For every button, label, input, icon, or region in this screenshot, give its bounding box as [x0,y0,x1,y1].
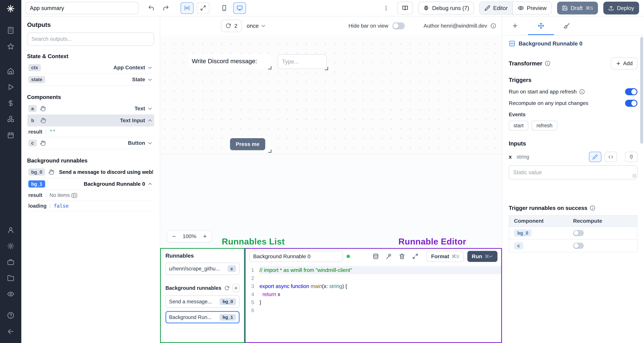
text-component[interactable]: Write Discord message: [188,54,271,68]
editor-tab[interactable]: Editor [480,2,512,14]
output-badge-bg1[interactable]: bg_1 [28,180,45,188]
output-b-result-row[interactable]: result : "" [27,126,154,137]
nav-apps-button[interactable] [4,24,18,37]
run-button[interactable]: Run ⌘↵ [467,251,498,262]
event-chip-refresh[interactable]: refresh [532,121,557,130]
nav-workers-button[interactable] [4,256,18,268]
output-row-ctx[interactable]: ctx App Context [27,62,154,74]
output-row-bg0[interactable]: bg_0 Send a message to discord using web… [27,166,154,178]
nav-audit-button[interactable] [4,288,18,301]
ai-gen-button[interactable] [384,251,394,262]
tab-insert-component[interactable] [502,16,528,35]
tab-component-settings[interactable] [528,16,554,35]
resize-grip-icon[interactable] [632,174,636,178]
component-badge-bg0[interactable]: bg_0 [514,230,532,236]
nav-variables-button[interactable] [4,96,18,110]
deploy-button[interactable]: Deploy [603,2,639,14]
output-badge-c[interactable]: c [28,140,37,147]
chevron-down-icon[interactable] [147,77,153,82]
eval-mode-button[interactable] [605,152,617,162]
resize-handle[interactable] [268,66,272,70]
code-editor[interactable]: 123456 // import * as wmill from "windmi… [246,264,501,342]
hand-pointer-icon[interactable] [40,140,46,146]
textinput-component[interactable] [277,54,327,70]
code-lines[interactable]: // import * as wmill from "windmill-clie… [259,266,501,342]
output-badge-a[interactable]: a [28,105,37,112]
refresh-button[interactable]: 2 [221,20,242,32]
runnable-item-bg1[interactable]: Background Run... bg_1 [166,311,240,324]
run-on-start-toggle[interactable] [625,88,638,95]
hide-bar-toggle[interactable] [392,22,405,29]
connect-mode-button[interactable] [625,152,638,162]
undo-button[interactable] [145,2,157,14]
mobile-view-button[interactable] [218,2,230,14]
cache-button[interactable] [370,251,381,262]
runnable-name-input[interactable] [249,251,343,262]
preview-tab[interactable]: Preview [512,2,552,14]
expand-editor-button[interactable] [410,251,420,262]
zoom-in-button[interactable]: + [198,231,212,242]
hand-pointer-icon[interactable] [48,169,54,175]
format-button[interactable]: Format ⌘S [427,251,464,262]
add-background-runnable-button[interactable] [232,284,240,292]
chevron-down-icon[interactable] [147,140,153,146]
collapse-sidebar-button[interactable] [4,325,18,338]
chevron-down-icon[interactable] [147,106,153,112]
zoom-out-button[interactable]: − [167,231,181,242]
hand-pointer-icon[interactable] [40,106,46,112]
output-row-a[interactable]: a Text [27,103,154,115]
runnable-item-bg0[interactable]: Send a message... bg_0 [166,296,240,308]
chevron-down-icon[interactable] [147,65,153,71]
redo-button[interactable] [160,2,172,14]
docs-button[interactable] [397,2,413,14]
nav-resources-button[interactable] [4,112,18,126]
help-button[interactable] [4,309,18,322]
event-chip-start[interactable]: start [509,121,528,130]
info-icon[interactable] [590,205,596,211]
output-bg1-loading-row[interactable]: loading : false [27,201,154,212]
static-mode-button[interactable] [589,152,601,162]
recompute-toggle-c[interactable] [573,243,584,249]
nav-folders-button[interactable] [4,272,18,284]
recompute-loop-icon[interactable] [224,286,230,291]
info-icon[interactable] [545,60,550,66]
chevron-up-icon[interactable] [147,118,153,124]
hand-pointer-icon[interactable] [40,118,46,124]
output-bg1-result-row[interactable]: result : No items ([]) [27,190,154,201]
nav-user-button[interactable] [4,224,18,236]
search-outputs-input[interactable] [27,32,154,46]
resize-handle[interactable] [325,67,328,70]
frequency-dropdown[interactable]: once [247,23,266,29]
nav-runs-button[interactable] [4,80,18,94]
debug-runs-button[interactable]: Debug runs (7) [418,2,474,14]
output-row-state[interactable]: state State [27,74,154,86]
output-row-c[interactable]: c Button [27,137,154,149]
output-row-bg1[interactable]: bg_1 Background Runnable 0 [27,178,154,190]
nav-favorites-button[interactable] [4,40,18,53]
recompute-toggle-bg0[interactable] [573,230,584,236]
component-badge-c[interactable]: c [514,242,523,250]
windmill-logo[interactable] [6,4,15,13]
textinput-field[interactable] [278,54,327,69]
button-component[interactable]: Press me [228,136,271,152]
output-badge-ctx[interactable]: ctx [28,64,41,71]
full-width-button[interactable] [197,2,210,14]
draft-button[interactable]: Draft⌘S [557,2,598,14]
more-menu-button[interactable] [380,2,392,14]
output-badge-state[interactable]: state [28,76,45,83]
width-constraint-button[interactable] [181,2,193,14]
runnable-item-script[interactable]: u/henri/scrape_githu... c [166,263,240,275]
nav-settings-button[interactable] [4,240,18,252]
press-me-button[interactable]: Press me [230,138,265,150]
info-icon[interactable] [579,89,585,95]
tab-styling[interactable] [554,16,580,35]
info-icon[interactable] [490,23,496,29]
chevron-up-icon[interactable] [147,181,153,187]
nav-schedules-button[interactable] [4,128,18,142]
app-canvas[interactable]: Write Discord message: Press me [160,39,502,154]
desktop-view-button[interactable] [233,2,246,14]
recompute-on-input-toggle[interactable] [625,100,638,107]
delete-runnable-button[interactable] [397,251,408,262]
add-transformer-button[interactable]: Add [611,58,638,70]
output-badge-bg0[interactable]: bg_0 [28,168,45,176]
